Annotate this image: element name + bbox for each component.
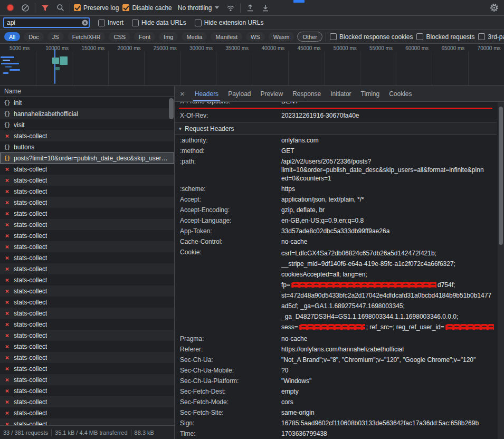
request-row[interactable]: {} buttons (0, 141, 174, 152)
close-details-icon[interactable]: × (175, 89, 190, 98)
request-row[interactable]: × stats-collect (0, 374, 174, 385)
request-name: buttons (14, 144, 34, 151)
clear-filter-icon[interactable] (82, 20, 88, 26)
request-row[interactable]: × stats-collect (0, 308, 174, 319)
clear-button[interactable] (20, 2, 31, 14)
request-headers-section-toggle[interactable]: ▾ Request Headers (175, 122, 497, 135)
request-row[interactable]: {} hannahelizabethofficial (0, 108, 174, 119)
details-tab[interactable]: Initiator (326, 86, 356, 101)
details-tab[interactable]: Payload (223, 86, 255, 101)
type-filter-chip[interactable]: Manifest (211, 32, 242, 41)
request-row[interactable]: × stats-collect (0, 274, 174, 285)
filter-checkbox[interactable]: 3rd-party requests (478, 33, 504, 41)
request-row[interactable]: {} init (0, 97, 174, 108)
request-row[interactable]: × stats-collect (0, 363, 174, 374)
request-row[interactable]: × stats-collect (0, 385, 174, 396)
type-filter-chip[interactable]: Doc (24, 32, 44, 41)
request-row[interactable]: × stats-collect (0, 252, 174, 263)
network-toolbar: Preserve log Disable cache No throttling (0, 0, 504, 16)
details-tabbar: × HeadersPayloadPreviewResponseInitiator… (175, 86, 504, 102)
record-button[interactable] (4, 2, 16, 14)
request-row[interactable]: × stats-collect (0, 330, 174, 341)
import-har-button[interactable] (244, 2, 256, 14)
throttling-select[interactable]: No throttling (176, 4, 222, 12)
type-filter-chip[interactable]: WS (246, 32, 265, 41)
section-title: Request Headers (185, 125, 234, 132)
type-filter-chip[interactable]: Font (134, 32, 155, 41)
details-tab[interactable]: Headers (190, 86, 223, 101)
filter-checkbox[interactable]: Blocked requests (416, 33, 474, 41)
filter-toggle-button[interactable] (39, 2, 51, 14)
blocked-icon: × (3, 309, 11, 317)
request-row[interactable]: × stats-collect (0, 396, 174, 407)
settings-gear-button[interactable] (488, 2, 500, 14)
request-row[interactable]: × stats-collect (0, 164, 174, 175)
type-filter-chip[interactable]: All (4, 32, 20, 41)
request-row[interactable]: × stats-collect (0, 208, 174, 219)
json-icon: {} (3, 100, 11, 106)
network-filter-input[interactable] (3, 17, 90, 28)
timeline-gridline (36, 51, 36, 85)
request-row[interactable]: × stats-collect (0, 319, 174, 330)
hide-data-urls-checkbox[interactable]: Hide data URLs (132, 19, 186, 26)
details-scrollbar-thumb[interactable] (499, 107, 503, 245)
details-scrollbar[interactable] (498, 102, 504, 439)
request-row[interactable]: × stats-collect (0, 297, 174, 308)
invert-checkbox[interactable]: Invert (98, 19, 123, 26)
request-row[interactable]: × stats-collect (0, 219, 174, 230)
timeline-overview[interactable]: 5000 ms10000 ms15000 ms20000 ms25000 ms3… (0, 44, 504, 86)
request-row[interactable]: × stats-collect (0, 230, 174, 241)
request-name: stats-collect (14, 299, 47, 306)
request-row[interactable]: × stats-collect (0, 418, 174, 425)
request-row[interactable]: × stats-collect (0, 197, 174, 208)
request-row[interactable]: × stats-collect (0, 130, 174, 141)
type-filter-chip[interactable]: Other (298, 32, 322, 41)
request-row[interactable]: {} posts?limit=10&order=publish_date_des… (0, 152, 174, 164)
request-name: stats-collect (14, 199, 47, 206)
details-tab[interactable]: Timing (356, 86, 385, 101)
blocked-icon: × (3, 209, 11, 217)
type-filter-chip[interactable]: Wasm (269, 32, 294, 41)
request-row[interactable]: × stats-collect (0, 175, 174, 186)
blocked-icon: × (3, 354, 11, 361)
request-name: stats-collect (14, 332, 47, 339)
details-tab[interactable]: Preview (256, 86, 288, 101)
blocked-icon: × (3, 376, 11, 384)
request-name: stats-collect (14, 409, 47, 417)
type-filter-chip[interactable]: JS (47, 32, 64, 41)
request-row[interactable]: × stats-collect (0, 186, 174, 197)
timeline-tick-label: 65000 ms (441, 45, 464, 51)
request-row[interactable]: × stats-collect (0, 241, 174, 252)
network-conditions-button[interactable] (225, 2, 236, 14)
request-row[interactable]: × stats-collect (0, 263, 174, 274)
request-row[interactable]: × stats-collect (0, 285, 174, 297)
request-row[interactable]: × stats-collect (0, 341, 174, 352)
waterfall-activity-bar (60, 56, 68, 65)
timeline-gridline (72, 51, 72, 85)
search-button[interactable] (54, 2, 66, 14)
timeline-tick-label: 50000 ms (334, 45, 357, 51)
name-column-header[interactable]: Name (0, 86, 174, 97)
request-details-pane: × HeadersPayloadPreviewResponseInitiator… (174, 86, 504, 439)
timeline-gridline (432, 51, 432, 85)
type-filter-chip[interactable]: Img (159, 32, 178, 41)
request-list-scrollbar-thumb[interactable] (169, 98, 174, 119)
preserve-log-checkbox[interactable]: Preserve log (74, 4, 119, 12)
filter-checkbox[interactable]: Blocked response cookies (330, 33, 413, 41)
request-row[interactable]: {} visit (0, 119, 174, 130)
disable-cache-checkbox[interactable]: Disable cache (122, 4, 172, 12)
request-row[interactable]: × stats-collect (0, 352, 174, 363)
preserve-log-label: Preserve log (83, 4, 119, 12)
details-tab[interactable]: Response (288, 86, 326, 101)
request-row[interactable]: × stats-collect (0, 407, 174, 418)
redaction-scribble (299, 324, 365, 331)
type-filter-chip[interactable]: Fetch/XHR (68, 32, 106, 41)
details-tab[interactable]: Cookies (384, 86, 416, 101)
checkbox-checked-icon (74, 4, 81, 11)
blocked-icon: × (3, 276, 11, 284)
type-filter-chip[interactable]: CSS (109, 32, 130, 41)
export-har-button[interactable] (260, 2, 271, 14)
type-filter-chip[interactable]: Media (182, 32, 207, 41)
hide-extension-urls-checkbox[interactable]: Hide extension URLs (195, 19, 264, 26)
hide-data-urls-label: Hide data URLs (141, 19, 186, 26)
